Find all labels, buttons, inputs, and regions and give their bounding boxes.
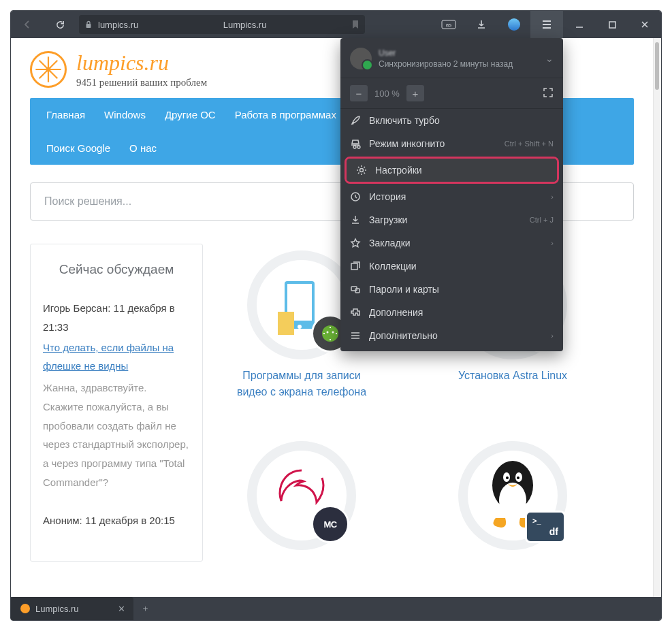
svg-point-12 xyxy=(298,325,302,329)
shortcut-label: Ctrl + Shift + N xyxy=(505,140,554,148)
nav-item-home[interactable]: Главная xyxy=(37,98,95,131)
downloads-button[interactable] xyxy=(465,11,498,38)
svg-point-24 xyxy=(499,483,526,518)
menu-item-more[interactable]: Дополнительно › xyxy=(340,324,563,347)
zoom-controls: − 100 % + xyxy=(340,78,563,109)
svg-point-16 xyxy=(332,331,334,334)
menu-button[interactable] xyxy=(530,11,563,38)
address-bar[interactable]: lumpics.ru Lumpics.ru xyxy=(79,15,365,34)
comment-author: Аноним: 11 декабря в 20:15 xyxy=(43,511,190,530)
reload-button[interactable] xyxy=(44,11,76,38)
avatar-icon xyxy=(350,48,372,69)
menu-item-bookmarks[interactable]: Закладки › xyxy=(340,231,563,255)
bookmark-icon[interactable] xyxy=(351,20,359,29)
article-caption: Установка Astra Linux xyxy=(441,368,584,384)
article-card[interactable]: >_df xyxy=(441,441,584,558)
comment-item: Игорь Берсан: 11 декабря в 21:33 Что дел… xyxy=(43,299,190,492)
zoom-out-button[interactable]: − xyxy=(350,85,368,101)
tab-title: Lumpics.ru xyxy=(35,604,79,614)
fullscreen-button[interactable] xyxy=(543,87,554,100)
discussion-panel-title: Сейчас обсуждаем xyxy=(31,244,202,291)
menu-item-incognito[interactable]: Режим инкогнито Ctrl + Shift + N xyxy=(340,132,563,155)
site-logo-icon xyxy=(30,51,67,88)
close-button[interactable] xyxy=(628,11,661,38)
comment-item: Аноним: 11 декабря в 20:15 xyxy=(43,511,190,530)
main-menu-dropdown: User Синхронизировано 2 минуты назад ⌄ −… xyxy=(340,38,563,351)
menu-item-settings[interactable]: Настройки xyxy=(347,159,557,182)
badge-label: df xyxy=(549,526,558,537)
site-subtitle: 9451 решений ваших проблем xyxy=(76,77,207,88)
svg-rect-31 xyxy=(351,263,357,270)
lock-icon xyxy=(84,20,93,29)
chevron-down-icon: ⌄ xyxy=(545,53,554,64)
favicon-icon xyxy=(20,604,30,613)
menu-profile-row[interactable]: User Синхронизировано 2 минуты назад ⌄ xyxy=(340,38,563,78)
article-caption: Программы для записи видео с экрана теле… xyxy=(230,368,373,400)
zoom-in-button[interactable]: + xyxy=(406,85,424,101)
site-title: lumpics.ru xyxy=(76,50,207,76)
article-card[interactable]: MC xyxy=(230,441,373,558)
chevron-right-icon: › xyxy=(551,239,554,247)
shortcut-label: Ctrl + J xyxy=(530,216,554,224)
profile-button[interactable] xyxy=(498,11,530,38)
svg-point-15 xyxy=(327,331,329,334)
menu-item-settings-highlight: Настройки xyxy=(345,157,559,184)
comment-author: Игорь Берсан: 11 декабря в 21:33 xyxy=(43,299,190,337)
nav-item-programs[interactable]: Работа в программах xyxy=(225,98,346,131)
minimize-button[interactable] xyxy=(563,11,596,38)
tabs-bar: Lumpics.ru ✕ ＋ xyxy=(11,597,661,620)
svg-point-9 xyxy=(46,67,50,71)
badge-label: MC xyxy=(323,519,336,530)
tab[interactable]: Lumpics.ru ✕ xyxy=(11,597,133,620)
nav-item-other-os[interactable]: Другие ОС xyxy=(155,98,225,131)
menu-item-passwords[interactable]: Пароли и карты xyxy=(340,278,563,301)
comment-link[interactable]: Что делать, если файлы на флешке не видн… xyxy=(43,338,190,376)
profile-name: User xyxy=(379,48,513,58)
sidebar: Сейчас обсуждаем Игорь Берсан: 11 декабр… xyxy=(30,244,203,562)
maximize-button[interactable] xyxy=(596,11,628,38)
zoom-value: 100 % xyxy=(374,88,400,99)
scrollbar[interactable] xyxy=(653,38,661,597)
menu-item-history[interactable]: История › xyxy=(340,185,563,208)
titlebar: lumpics.ru Lumpics.ru as xyxy=(11,11,661,38)
menu-item-downloads[interactable]: Загрузки Ctrl + J xyxy=(340,208,563,231)
svg-text:as: as xyxy=(446,22,451,28)
chevron-right-icon: › xyxy=(551,331,554,340)
sync-status-text: Синхронизировано 2 минуты назад xyxy=(379,59,513,69)
new-tab-button[interactable]: ＋ xyxy=(133,597,157,620)
menu-item-addons[interactable]: Дополнения xyxy=(340,301,563,324)
chevron-right-icon: › xyxy=(551,193,554,201)
nav-item-windows[interactable]: Windows xyxy=(95,98,155,131)
menu-item-turbo[interactable]: Включить турбо xyxy=(340,109,563,132)
menu-item-collections[interactable]: Коллекции xyxy=(340,255,563,278)
browser-window: lumpics.ru Lumpics.ru as lumpics.ru 9451… xyxy=(10,10,662,621)
address-title: Lumpics.ru xyxy=(144,20,346,30)
back-button[interactable] xyxy=(11,11,44,38)
address-host-text: lumpics.ru xyxy=(98,20,138,30)
svg-rect-3 xyxy=(609,22,615,28)
svg-rect-13 xyxy=(278,312,294,335)
svg-rect-0 xyxy=(86,24,91,28)
discussion-panel: Сейчас обсуждаем Игорь Берсан: 11 декабр… xyxy=(30,244,203,562)
extension-button[interactable]: as xyxy=(432,11,465,38)
svg-point-29 xyxy=(360,169,364,172)
tab-close-icon[interactable]: ✕ xyxy=(118,604,125,614)
nav-item-google[interactable]: Поиск Google xyxy=(37,131,120,165)
svg-point-28 xyxy=(517,476,519,479)
content-area: lumpics.ru 9451 решений ваших проблем Гл… xyxy=(11,38,661,597)
comment-text: Жанна, здравствуйте. Скажите пожалуйста,… xyxy=(43,378,190,492)
nav-item-about[interactable]: О нас xyxy=(120,131,166,165)
svg-point-27 xyxy=(506,476,509,479)
